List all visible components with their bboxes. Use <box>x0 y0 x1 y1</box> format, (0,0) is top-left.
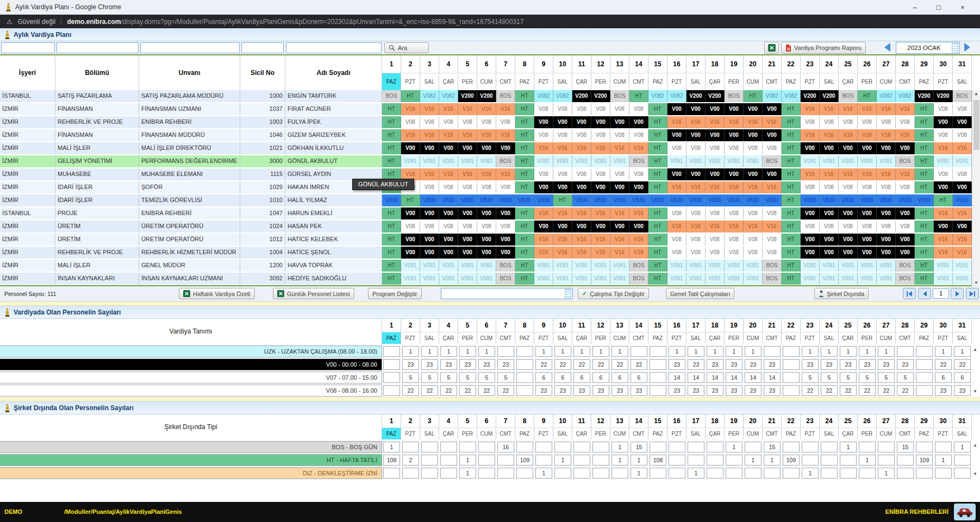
shift-cell[interactable]: V091 <box>534 273 553 285</box>
period-spinner-icon[interactable] <box>952 43 958 53</box>
shift-cell[interactable]: V830 <box>458 194 477 206</box>
shift-cell[interactable]: V16 <box>496 103 515 115</box>
shift-cell[interactable]: V00 <box>686 129 706 141</box>
shift-cell[interactable]: V08 <box>896 116 915 128</box>
shift-cell[interactable]: HT <box>782 273 801 285</box>
filter-isyeri-input[interactable] <box>1 42 55 53</box>
shift-cell[interactable]: V091 <box>477 273 496 285</box>
shift-cell[interactable]: V00 <box>744 103 763 115</box>
shift-cell[interactable]: V00 <box>553 181 572 193</box>
shift-cell[interactable]: V091 <box>591 155 610 167</box>
shift-cell[interactable]: V16 <box>572 247 591 259</box>
shift-cell[interactable]: BOS <box>496 155 515 167</box>
shift-cell[interactable]: HT <box>782 168 801 180</box>
shift-cell[interactable]: V16 <box>534 207 553 219</box>
shift-cell[interactable]: V16 <box>839 129 858 141</box>
scroll-down-icon[interactable]: ▼ <box>973 389 977 394</box>
shift-cell[interactable]: HT <box>382 247 401 259</box>
scroll-up-icon[interactable]: ▲ <box>973 443 977 448</box>
shift-cell[interactable]: V08 <box>477 221 496 232</box>
shift-cell[interactable]: HT <box>782 207 801 219</box>
shift-cell[interactable]: V091 <box>439 273 458 285</box>
shift-cell[interactable]: V082 <box>782 90 801 102</box>
shift-cell[interactable]: V08 <box>877 116 896 128</box>
shift-cell[interactable]: V16 <box>591 142 610 154</box>
shift-cell[interactable]: V08 <box>725 207 744 219</box>
shift-cell[interactable]: V08 <box>744 247 763 259</box>
shift-cell[interactable]: V200 <box>706 90 725 102</box>
shift-cell[interactable]: V00 <box>401 142 420 154</box>
filter-unvani-input[interactable] <box>140 42 240 53</box>
shift-cell[interactable]: V16 <box>744 181 763 193</box>
shift-cell[interactable]: V00 <box>610 181 629 193</box>
shift-cell[interactable]: V16 <box>553 207 572 219</box>
shift-cell[interactable]: V08 <box>744 234 763 246</box>
shift-cell[interactable]: V091 <box>877 155 896 167</box>
shift-cell[interactable]: V830 <box>725 194 744 206</box>
pagination-first-button[interactable] <box>903 288 916 299</box>
shift-cell[interactable]: V830 <box>706 194 725 206</box>
shift-cell[interactable]: V830 <box>534 194 553 206</box>
shift-cell[interactable]: V16 <box>610 207 629 219</box>
shift-cell[interactable]: V16 <box>839 168 858 180</box>
shift-cell[interactable]: V16 <box>667 181 686 193</box>
shift-cell[interactable]: V082 <box>877 90 896 102</box>
shift-cell[interactable]: V08 <box>667 247 686 259</box>
shift-cell[interactable]: V16 <box>725 221 744 232</box>
shift-cell[interactable]: V16 <box>896 103 915 115</box>
shift-cell[interactable]: V00 <box>401 207 420 219</box>
shift-cell[interactable]: V00 <box>439 142 458 154</box>
shift-cell[interactable]: HT <box>915 207 934 219</box>
shift-cell[interactable]: HT <box>515 142 534 154</box>
shift-cell[interactable]: V16 <box>725 181 744 193</box>
shift-cell[interactable]: V091 <box>667 260 686 272</box>
car-icon[interactable] <box>954 504 976 520</box>
shift-cell[interactable]: V091 <box>401 260 420 272</box>
shift-cell[interactable]: V200 <box>458 90 477 102</box>
shift-cell[interactable]: V16 <box>896 168 915 180</box>
shift-cell[interactable]: V08 <box>686 142 706 154</box>
shift-cell[interactable]: V16 <box>877 103 896 115</box>
shift-cell[interactable]: V16 <box>477 168 496 180</box>
shift-cell[interactable]: V08 <box>763 142 782 154</box>
shift-cell[interactable]: V16 <box>553 234 572 246</box>
shift-cell[interactable]: V16 <box>496 129 515 141</box>
shift-cell[interactable]: HT <box>515 103 534 115</box>
scroll-up-icon[interactable]: ▲ <box>972 91 980 96</box>
shift-cell[interactable]: V16 <box>572 234 591 246</box>
shift-cell[interactable]: V091 <box>610 260 629 272</box>
shift-cell[interactable]: V00 <box>839 234 858 246</box>
shift-cell[interactable]: V200 <box>915 90 934 102</box>
shift-cell[interactable]: V00 <box>458 207 477 219</box>
shift-cell[interactable]: V16 <box>629 207 648 219</box>
employee-row[interactable]: İZMİRREHBERLİK VE PROJEREHBERLİK HİZMETL… <box>0 247 972 259</box>
shift-cell[interactable]: V091 <box>820 273 839 285</box>
shift-cell[interactable]: V00 <box>420 247 439 259</box>
shift-cell[interactable]: V00 <box>953 116 972 128</box>
shift-cell[interactable]: V200 <box>591 90 610 102</box>
shift-cell[interactable]: V00 <box>534 181 553 193</box>
shift-cell[interactable]: V16 <box>706 181 725 193</box>
shift-cell[interactable]: V830 <box>439 194 458 206</box>
shift-cell[interactable]: V08 <box>934 129 953 141</box>
shift-cell[interactable]: V08 <box>629 129 648 141</box>
shift-cell[interactable]: V091 <box>953 155 972 167</box>
shift-cell[interactable]: V00 <box>686 103 706 115</box>
shift-cell[interactable]: V08 <box>458 116 477 128</box>
shift-cell[interactable]: V16 <box>420 103 439 115</box>
shift-cell[interactable]: V00 <box>801 247 820 259</box>
shift-cell[interactable]: V00 <box>839 142 858 154</box>
shift-cell[interactable]: V00 <box>553 116 572 128</box>
shift-cell[interactable]: V16 <box>401 129 420 141</box>
shift-cell[interactable]: V08 <box>534 103 553 115</box>
shift-cell[interactable]: V091 <box>858 273 877 285</box>
shift-cell[interactable]: V00 <box>686 168 706 180</box>
shift-cell[interactable]: V091 <box>820 155 839 167</box>
shift-cell[interactable]: HT <box>648 168 667 180</box>
shift-cell[interactable]: V091 <box>667 155 686 167</box>
shift-cell[interactable]: V16 <box>953 142 972 154</box>
shift-cell[interactable]: V16 <box>496 168 515 180</box>
shift-cell[interactable]: V00 <box>572 221 591 232</box>
shift-cell[interactable]: V08 <box>572 168 591 180</box>
shift-cell[interactable]: V08 <box>858 221 877 232</box>
